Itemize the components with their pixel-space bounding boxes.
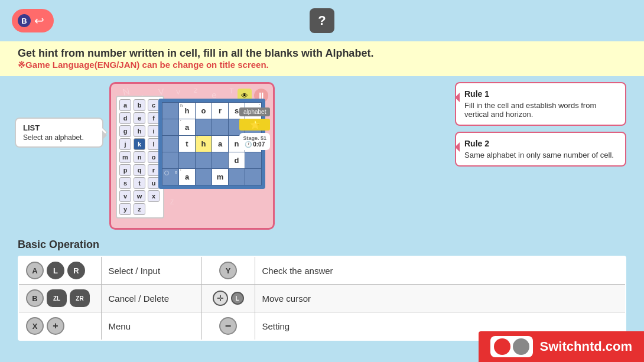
grid-cell[interactable]: a [212,136,229,152]
alpha-f[interactable]: f [148,112,160,124]
alpha-i[interactable]: i [148,125,160,137]
list-callout: LIST Select an alphabet. [15,118,103,148]
dpad-icon[interactable]: ✛ [213,291,228,306]
right-panel: alphabet ⭐ Stage. 51 🕐 0:07 [239,107,270,150]
row2-buttons: B ZL ZR [18,285,101,312]
alpha-e[interactable]: e [134,112,145,124]
alpha-u[interactable]: u [148,177,160,189]
grid-cell[interactable]: 'h [196,136,212,152]
alpha-t[interactable]: t [134,177,145,189]
grid-cell[interactable]: o [196,103,212,119]
main-content: LIST Select an alphabet. N o V V z e T O… [0,76,644,236]
operation-row-2: B ZL ZR Cancel / Delete ✛ L Move cursor [18,285,626,312]
nintendo-brand: Switchntd.com [479,331,644,362]
operation-section: Basic Operation A L R Select / Input Y [0,236,644,347]
alpha-w[interactable]: w [134,190,145,202]
plus-button[interactable]: + [47,317,64,335]
grid-cell[interactable] [162,103,179,119]
rules-panel: Rule 1 Fill in the cell and establish wo… [449,82,626,167]
grid-cell[interactable]: o [162,169,179,185]
grid-cell[interactable]: hh [179,103,196,119]
alpha-k[interactable]: k [134,138,145,150]
alpha-x[interactable]: x [148,190,160,202]
alpha-j[interactable]: j [119,138,131,150]
alpha-n[interactable]: n [134,151,145,163]
game-screenshot: N o V V z e T O W e Z 👁 ⏸ a b c [109,82,275,230]
operation-row-1: A L R Select / Input Y Check the answer [18,256,626,285]
logo-circle-gray [513,338,529,355]
grid-cell[interactable] [245,152,262,169]
back-button[interactable]: B ↩ [12,9,54,32]
row1-btn2: Y [201,256,255,285]
alpha-o[interactable]: o [148,151,160,163]
r-button[interactable]: R [67,262,85,279]
grid-cell[interactable] [245,169,262,185]
grid-cell[interactable] [162,136,179,152]
grid-cell[interactable] [212,152,229,169]
alpha-d[interactable]: d [119,112,131,124]
row3-buttons: X + [18,312,101,341]
rule2-title: Rule 2 [464,139,617,148]
zr-button[interactable]: ZR [70,289,90,307]
minus-button[interactable]: − [219,317,237,335]
grid-cell[interactable]: r [212,103,229,119]
grid-cell[interactable] [196,169,212,185]
instruction-sub: ※Game Language(ENG/JAN) can be change on… [18,60,626,70]
row2-action2: Move cursor [255,285,626,312]
grid-cell[interactable]: d [229,152,245,169]
b-button[interactable]: B [26,289,44,307]
grid-cell[interactable] [229,169,245,185]
alpha-a[interactable]: a [119,99,131,111]
alpha-list: a b c d e f g h i j k l m n o p q r s t [116,96,164,218]
grid-cell[interactable] [179,152,196,169]
callout-title: LIST [23,123,95,132]
grid-cell[interactable] [162,152,179,169]
brand-text: Switchntd.com [540,339,632,354]
logo-circle-red [494,338,510,355]
b-badge: B [18,14,31,27]
grid-cell[interactable] [212,119,229,136]
help-button[interactable]: ? [310,8,334,33]
y-button[interactable]: Y [219,262,237,279]
game-area: LIST Select an alphabet. N o V V z e T O… [18,82,437,230]
x-button[interactable]: X [26,317,44,335]
rule1-title: Rule 1 [464,89,617,99]
a-button[interactable]: A [26,262,44,279]
stage-label: Stage. 51 [243,135,266,141]
header: B ↩ ? [0,0,644,41]
row1-action2: Check the answer [255,256,626,285]
l-button[interactable]: L [47,262,64,279]
stage-info: Stage. 51 🕐 0:07 [239,133,270,150]
grid-cell[interactable]: t [179,136,196,152]
alpha-v[interactable]: v [119,190,131,202]
rule2-box: Rule 2 Same alphabet in only same number… [455,132,626,167]
zl-button[interactable]: ZL [47,289,67,307]
alpha-q[interactable]: q [134,164,145,176]
rule1-desc: Fill in the cell and establish words fro… [464,101,617,119]
grid-cell[interactable]: m [212,169,229,185]
alpha-c[interactable]: c [148,99,160,111]
grid-cell[interactable]: 'a [179,119,196,136]
callout-desc: Select an alphabet. [23,133,95,142]
alpha-g[interactable]: g [119,125,131,137]
alpha-r[interactable]: r [148,164,160,176]
instruction-area: Get hint from number written in cell, fi… [0,41,644,76]
l-stick-icon[interactable]: L [231,292,244,305]
alpha-s[interactable]: s [119,177,131,189]
row3-action: Menu [101,312,201,341]
alpha-h[interactable]: h [134,125,145,137]
operation-title: Basic Operation [18,239,626,251]
operation-table: A L R Select / Input Y Check the answer [18,256,626,341]
alpha-l[interactable]: l [148,138,160,150]
alpha-b[interactable]: b [134,99,145,111]
alpha-m[interactable]: m [119,151,131,163]
grid-cell[interactable] [196,152,212,169]
alpha-z[interactable]: z [134,203,145,215]
row1-buttons: A L R [18,256,101,285]
grid-cell[interactable]: 'a [179,169,196,185]
alpha-p[interactable]: p [119,164,131,176]
row3-btn2: − [201,312,255,341]
grid-cell[interactable] [196,119,212,136]
alpha-y[interactable]: y [119,203,131,215]
grid-cell[interactable] [162,119,179,136]
